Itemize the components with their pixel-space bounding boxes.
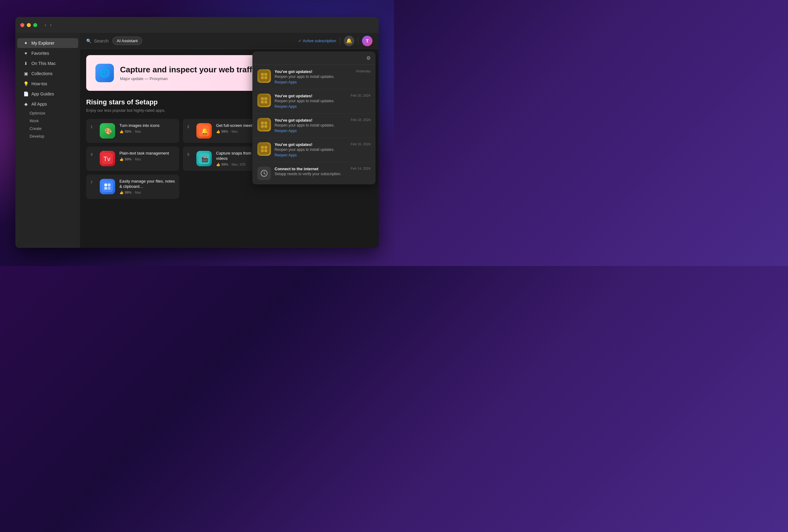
check-icon: ✓	[298, 38, 302, 43]
sidebar-item-all-apps[interactable]: ◆ All Apps	[17, 99, 78, 109]
app-meta-1: 👍 99% · Mac	[119, 130, 175, 134]
traffic-lights	[20, 23, 37, 27]
svg-rect-24	[259, 95, 270, 106]
svg-rect-33	[264, 125, 267, 128]
notification-date-1: Yesterday	[356, 69, 371, 73]
search-bar-container[interactable]: 🔍 Search	[86, 38, 109, 43]
app-rank-5: 5	[187, 152, 192, 157]
app-item-4[interactable]: 4 Tv Plain-text task management 👍 99% · …	[86, 146, 179, 171]
notification-item-3: You've got updates! Feb 18, 2024 Reopen …	[252, 114, 376, 138]
search-label: Search	[94, 38, 109, 43]
svg-text:🎨: 🎨	[104, 127, 112, 135]
notification-body-3: You've got updates! Feb 18, 2024 Reopen …	[275, 118, 371, 133]
search-icon: 🔍	[86, 38, 92, 43]
svg-rect-14	[102, 181, 113, 192]
sidebar-sub-optimize[interactable]: Optimize	[15, 109, 80, 117]
notification-panel-header: ⚙	[252, 52, 376, 65]
sidebar-item-label: How-tos	[32, 81, 47, 86]
notification-date-5: Feb 14, 2024	[351, 166, 371, 170]
notification-date-4: Feb 16, 2024	[351, 142, 371, 146]
sidebar-item-collections[interactable]: ▣ Collections	[17, 68, 78, 79]
sidebar-item-how-tos[interactable]: 💡 How-tos	[17, 79, 78, 89]
sidebar-sub-work[interactable]: Work	[15, 117, 80, 125]
avatar-letter: T	[366, 38, 369, 43]
sidebar-sub-develop[interactable]: Develop	[15, 132, 80, 140]
svg-rect-27	[261, 101, 264, 103]
notification-action-2[interactable]: Reopen Apps	[275, 104, 297, 109]
notification-icon-4	[257, 142, 271, 156]
ai-assistant-button[interactable]: AI Assistant	[112, 37, 142, 45]
user-avatar-button[interactable]: T	[362, 36, 372, 46]
sidebar-item-label: Favorites	[32, 51, 49, 56]
notification-settings-button[interactable]: ⚙	[366, 55, 371, 61]
svg-rect-29	[259, 119, 270, 130]
svg-rect-36	[264, 146, 267, 149]
sidebar-item-label: App Guides	[32, 92, 54, 96]
app-rating-2: 👍 99%	[216, 130, 228, 134]
app-item-7[interactable]: 7 Easily manage your files, notes & clip…	[86, 175, 179, 199]
notification-icon-1	[257, 69, 271, 83]
notification-desc-2: Reopen your apps to install updates.	[275, 99, 371, 103]
app-icon-1: 🎨	[100, 123, 115, 139]
svg-rect-38	[264, 149, 267, 152]
svg-rect-21	[264, 73, 267, 76]
svg-rect-34	[259, 143, 270, 155]
notification-top-5: Connect to the internet Feb 14, 2024	[275, 166, 371, 171]
notification-desc-1: Reopen your apps to install updates.	[275, 75, 371, 79]
notification-top-1: You've got updates! Yesterday	[275, 69, 371, 74]
notification-action-3[interactable]: Reopen Apps	[275, 129, 297, 133]
notification-action-4[interactable]: Reopen Apps	[275, 153, 297, 157]
svg-rect-26	[264, 97, 267, 100]
forward-button[interactable]: ›	[48, 22, 53, 28]
sidebar-item-my-explorer[interactable]: ✦ My Explorer	[17, 38, 78, 48]
svg-text:Tv: Tv	[103, 156, 110, 162]
fullscreen-button[interactable]	[33, 23, 37, 27]
sidebar-item-app-guides[interactable]: 📄 App Guides	[17, 89, 78, 99]
download-icon: ⬇	[23, 61, 28, 66]
notification-icon-3	[257, 118, 271, 132]
diamond-icon: ◆	[23, 102, 28, 106]
svg-rect-16	[108, 183, 111, 186]
svg-rect-18	[108, 187, 111, 190]
hero-title: Capture and inspect your web traffic	[120, 65, 259, 75]
notification-title-3: You've got updates!	[275, 118, 312, 122]
my-explorer-icon: ✦	[23, 41, 28, 45]
hero-app-icon: 🌐	[95, 64, 114, 82]
notification-item-4: You've got updates! Feb 16, 2024 Reopen …	[252, 138, 376, 162]
notifications-button[interactable]: 🔔	[344, 36, 354, 46]
notification-item-2: You've got updates! Feb 20, 2024 Reopen …	[252, 89, 376, 114]
nav-arrows: ‹ ›	[43, 22, 53, 28]
notification-top-2: You've got updates! Feb 20, 2024	[275, 94, 371, 98]
app-meta-7: 👍 98% · Mac	[119, 191, 175, 195]
back-button[interactable]: ‹	[43, 22, 47, 28]
main-content: 🔍 Search AI Assistant ✓ Active subscript…	[80, 33, 379, 248]
notification-date-2: Feb 20, 2024	[351, 94, 371, 97]
sidebar-item-on-this-mac[interactable]: ⬇ On This Mac	[17, 59, 78, 68]
notification-desc-5: Setapp needs to verify your subscription…	[275, 172, 371, 176]
svg-rect-19	[259, 71, 270, 82]
app-info-4: Plain-text task management 👍 99% · Mac	[119, 151, 175, 161]
app-icon-7	[100, 179, 115, 194]
close-button[interactable]	[20, 23, 24, 27]
notification-action-1[interactable]: Reopen Apps	[275, 80, 297, 84]
app-item-1[interactable]: 1 🎨 Turn images into icons 👍 99% · Mac	[86, 119, 179, 143]
sidebar-sub-create[interactable]: Create	[15, 125, 80, 132]
app-rank-7: 7	[91, 180, 95, 185]
svg-rect-17	[104, 187, 107, 190]
svg-rect-22	[261, 76, 264, 79]
app-rating-7: 👍 98%	[119, 191, 132, 195]
minimize-button[interactable]	[27, 23, 31, 27]
sidebar-item-label: My Explorer	[32, 41, 55, 45]
hero-text: Capture and inspect your web traffic Maj…	[120, 65, 259, 81]
app-info-7: Easily manage your files, notes & clipbo…	[119, 179, 175, 195]
titlebar: ‹ ›	[15, 17, 379, 33]
app-rank-1: 1	[91, 124, 95, 129]
subscription-status: ✓ Active subscription	[298, 38, 336, 43]
sidebar-item-favorites[interactable]: ♥ Favorites	[17, 48, 78, 58]
window-body: ✦ My Explorer ♥ Favorites ⬇ On This Mac …	[15, 33, 379, 248]
bulb-icon: 💡	[23, 81, 28, 86]
app-rank-2: 2	[187, 124, 192, 129]
svg-rect-15	[104, 183, 107, 186]
notification-panel: ⚙ You've got updates! Yesterday Reopen y…	[252, 52, 376, 184]
app-rating-1: 👍 99%	[119, 130, 132, 134]
